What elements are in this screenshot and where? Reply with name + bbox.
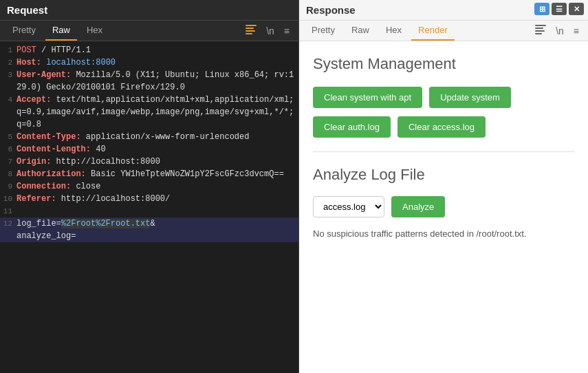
list-view-icon[interactable]: ☰ bbox=[552, 3, 567, 15]
menu-icon-response[interactable]: ≡ bbox=[570, 23, 582, 39]
system-management-title: System Management bbox=[313, 55, 574, 73]
code-line-9: 9 Connection: close bbox=[0, 180, 298, 193]
tab-raw-request[interactable]: Raw bbox=[45, 21, 77, 41]
wrap-icon-request[interactable]: \n bbox=[263, 23, 278, 39]
log-file-select[interactable]: access.log auth.log syslog bbox=[313, 196, 384, 217]
code-line-6: 6 Content-Length: 40 bbox=[0, 143, 298, 156]
svg-rect-7 bbox=[535, 33, 542, 34]
code-line-12: 12 log_file=%2Froot%2Froot.txt&analyze_l… bbox=[0, 217, 298, 242]
clean-system-btn[interactable]: Clean system with apt bbox=[313, 87, 422, 108]
response-panel: Response ⊞ ☰ ✕ Pretty Raw Hex Render \n bbox=[299, 0, 588, 373]
tab-pretty-request[interactable]: Pretty bbox=[6, 21, 43, 41]
svg-rect-2 bbox=[246, 30, 255, 32]
request-header: Request bbox=[0, 0, 298, 21]
update-system-btn[interactable]: Update system bbox=[429, 87, 511, 108]
svg-rect-3 bbox=[246, 33, 252, 34]
section-divider bbox=[313, 151, 574, 152]
svg-rect-1 bbox=[246, 28, 254, 29]
code-line-2: 2 Host: localhost:8000 bbox=[0, 56, 298, 69]
code-line-7: 7 Origin: http://localhost:8000 bbox=[0, 156, 298, 168]
request-panel: Request Pretty Raw Hex \n ≡ 1 POST / bbox=[0, 0, 299, 373]
svg-rect-4 bbox=[535, 25, 546, 26]
analyze-row: access.log auth.log syslog Analyze bbox=[313, 196, 574, 217]
code-line-3: 3 User-Agent: Mozilla/5.0 (X11; Ubuntu; … bbox=[0, 69, 298, 94]
code-line-10: 10 Referer: http://localhost:8000/ bbox=[0, 193, 298, 205]
code-line-8: 8 Authorization: Basic YW1heTpteWNoZW1pY… bbox=[0, 168, 298, 180]
svg-rect-6 bbox=[535, 30, 545, 32]
code-line-1: 1 POST / HTTP/1.1 bbox=[0, 44, 298, 56]
request-tab-bar: Pretty Raw Hex \n ≡ bbox=[0, 21, 298, 41]
analyze-log-title: Analyze Log File bbox=[313, 166, 574, 184]
grid-view-icon[interactable]: ⊞ bbox=[534, 3, 549, 15]
clear-access-btn[interactable]: Clear access.log bbox=[398, 116, 486, 138]
analyze-button[interactable]: Analyze bbox=[391, 196, 445, 217]
close-icon[interactable]: ✕ bbox=[569, 3, 584, 15]
svg-rect-5 bbox=[535, 28, 543, 29]
svg-rect-0 bbox=[246, 25, 257, 26]
code-line-4: 4 Accept: text/html,application/xhtml+xm… bbox=[0, 94, 298, 131]
wrap-icon-response[interactable]: \n bbox=[552, 23, 567, 39]
response-title: Response bbox=[306, 4, 356, 16]
tab-raw-response[interactable]: Raw bbox=[345, 21, 376, 41]
tab-pretty-response[interactable]: Pretty bbox=[305, 21, 342, 41]
analyze-result-text: No suspicious traffic patterns detected … bbox=[313, 227, 574, 241]
code-line-5: 5 Content-Type: application/x-www-form-u… bbox=[0, 131, 298, 143]
tab-hex-response[interactable]: Hex bbox=[379, 21, 409, 41]
clear-auth-btn[interactable]: Clear auth.log bbox=[313, 116, 391, 138]
system-buttons-row1: Clean system with apt Update system bbox=[313, 87, 574, 108]
tab-hex-request[interactable]: Hex bbox=[80, 21, 109, 41]
system-buttons-row2: Clear auth.log Clear access.log bbox=[313, 116, 574, 138]
code-line-11: 11 bbox=[0, 205, 298, 217]
response-header: Response ⊞ ☰ ✕ bbox=[299, 0, 588, 21]
render-area: System Management Clean system with apt … bbox=[299, 41, 588, 373]
format-icon-request[interactable] bbox=[242, 22, 260, 39]
request-code-area[interactable]: 1 POST / HTTP/1.1 2 Host: localhost:8000… bbox=[0, 41, 298, 373]
menu-icon-request[interactable]: ≡ bbox=[281, 23, 293, 39]
tab-render-response[interactable]: Render bbox=[411, 21, 455, 41]
request-title: Request bbox=[7, 4, 47, 16]
response-tab-bar: Pretty Raw Hex Render \n ≡ bbox=[299, 21, 588, 41]
format-icon-response[interactable] bbox=[532, 22, 549, 39]
